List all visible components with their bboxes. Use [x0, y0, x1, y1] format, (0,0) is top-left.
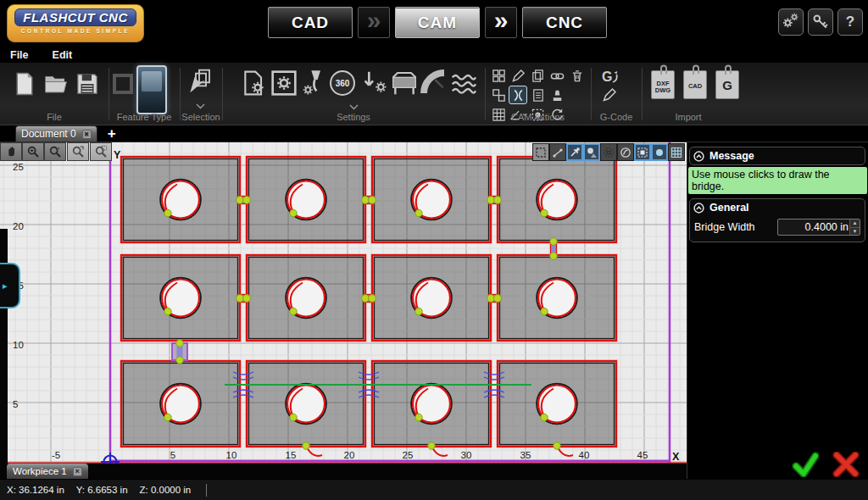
properties-panel: Message Use mouse clicks to draw the bri… [687, 142, 868, 479]
badge-360-icon: 360 [330, 70, 355, 96]
hatch-button[interactable] [600, 143, 617, 161]
bridge-width-input[interactable]: 0.4000 in ▲ ▼ [777, 219, 860, 236]
gcode-icon: G [600, 67, 620, 87]
document-gear-icon [241, 69, 268, 97]
edit-path-button[interactable] [509, 66, 527, 85]
left-panel-flyout[interactable]: ▸ [0, 263, 20, 308]
slope-button[interactable] [549, 143, 566, 161]
x-axis-tick: 25 [403, 450, 414, 460]
new-document-button[interactable] [12, 71, 37, 97]
collapse-icon [693, 203, 704, 214]
new-tab-button[interactable]: + [108, 126, 116, 142]
square-feature-icon [113, 74, 133, 94]
tab-document-0[interactable]: Document 0 × [15, 125, 97, 142]
y-axis-label: Y [114, 149, 121, 161]
transform-icon [535, 147, 547, 158]
import-dxf-button[interactable]: DXF DWG [651, 70, 675, 99]
table-settings-button[interactable] [391, 69, 418, 97]
tab-workpiece-1[interactable]: Workpiece 1 × [7, 464, 88, 479]
message-section-header[interactable]: Message [690, 147, 865, 164]
selection-expand-chevron[interactable] [196, 103, 205, 109]
curve-button[interactable] [617, 143, 634, 161]
zoom-extents-button[interactable] [90, 142, 112, 161]
general-section-header[interactable]: General [690, 199, 865, 216]
cnc-mode-button[interactable]: CNC [522, 7, 607, 38]
canvas-view-toolbar [0, 142, 112, 161]
nest-button[interactable] [489, 66, 508, 85]
close-tab-icon[interactable]: × [82, 130, 92, 139]
paperclip-icon [723, 64, 733, 75]
torch-gear-icon [300, 69, 327, 97]
status-z-coordinate: Z: 0.0000 in [140, 485, 192, 495]
water-waves-icon [450, 69, 477, 97]
marquee-button[interactable] [634, 143, 651, 161]
ribbon-group-label: Import [642, 112, 735, 122]
torch-settings-button[interactable] [300, 69, 327, 97]
selection-tool-button[interactable] [186, 68, 213, 95]
bridge-tool-button[interactable] [509, 86, 527, 104]
pencil-icon [602, 87, 617, 103]
feature-type-part-button[interactable] [136, 65, 167, 114]
copy-icon [531, 69, 545, 83]
machine-settings-button[interactable] [270, 69, 298, 97]
chevron-icon: » [494, 8, 509, 33]
cancel-button[interactable] [832, 452, 860, 477]
license-key-button[interactable] [808, 8, 833, 36]
grid-toggle-button[interactable] [668, 143, 685, 161]
feature-type-outside-button[interactable] [113, 74, 133, 94]
ribbon-group-label: Settings [222, 112, 485, 122]
cad-to-cam-chevron: » [358, 7, 390, 38]
cad-mode-button[interactable]: CAD [268, 7, 353, 38]
import-cad-button[interactable]: CAD [683, 70, 707, 99]
zoom-in-button[interactable] [22, 142, 44, 161]
cam-canvas[interactable]: -551015202530354045252015105YX [0, 142, 687, 464]
lead-in-point [415, 414, 422, 420]
close-tab-icon[interactable]: × [73, 467, 82, 476]
x-axis-tick: 5 [170, 450, 175, 460]
save-file-button[interactable] [75, 71, 100, 97]
cam-mode-button[interactable]: CAM [395, 7, 480, 38]
link-parts-button[interactable] [548, 66, 566, 85]
rotary-360-settings-button[interactable]: 360 [330, 70, 355, 96]
menu-item-edit[interactable]: Edit [53, 49, 73, 61]
move-tool-button[interactable] [566, 143, 583, 161]
tab-label: Workpiece 1 [13, 466, 67, 476]
zoom-menu-button[interactable] [44, 142, 66, 161]
settings-gears-button[interactable] [778, 8, 804, 36]
lead-in-point [303, 442, 309, 449]
accept-button[interactable] [792, 452, 819, 477]
open-file-button[interactable] [42, 71, 70, 97]
settings-expand-chevron[interactable] [349, 104, 359, 110]
pan-button[interactable] [0, 142, 22, 161]
sheet-settings-button[interactable] [241, 69, 268, 97]
dxf-dwg-file-icon: DXF DWG [651, 70, 675, 99]
menu-item-file[interactable]: File [10, 49, 29, 61]
x-axis-tick: 45 [637, 450, 648, 460]
shapes-button[interactable] [583, 143, 600, 161]
cam-to-cnc-chevron: » [485, 7, 517, 38]
panel-actions [792, 452, 860, 477]
zoom-extents-icon [94, 145, 108, 158]
plunge-settings-button[interactable] [361, 69, 388, 97]
waterjet-settings-button[interactable] [450, 69, 477, 97]
lead-in-point [541, 414, 548, 420]
pipe-settings-button[interactable] [420, 69, 448, 97]
delete-button[interactable] [567, 66, 586, 85]
duplicate-button[interactable] [528, 66, 547, 85]
bridge-width-stepper[interactable]: ▲ ▼ [849, 219, 860, 235]
help-button[interactable]: ? [837, 8, 863, 36]
edit-gcode-button[interactable] [602, 87, 617, 103]
zoom-window-button[interactable] [67, 142, 89, 161]
array-button[interactable] [489, 86, 508, 104]
transform-button[interactable] [532, 143, 549, 161]
stepper-down-icon[interactable]: ▼ [850, 228, 860, 236]
message-section: Message [689, 147, 865, 165]
point-display-button[interactable] [651, 143, 668, 161]
lead-in-point [554, 442, 560, 449]
stamp-button[interactable] [548, 86, 566, 104]
generate-gcode-button[interactable]: G [600, 67, 620, 87]
report-button[interactable] [528, 86, 547, 104]
chevron-icon: » [367, 8, 381, 33]
import-gcode-button[interactable]: G [715, 70, 739, 99]
stepper-up-icon[interactable]: ▲ [850, 219, 860, 228]
